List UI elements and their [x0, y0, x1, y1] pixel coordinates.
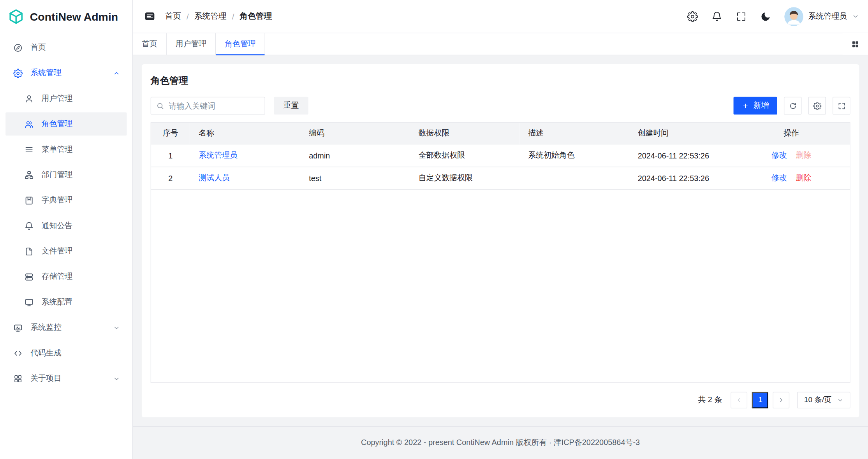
breadcrumb-current: 角色管理	[240, 11, 272, 21]
cell-scope: 自定义数据权限	[410, 167, 519, 189]
avatar	[784, 7, 803, 26]
sidebar-item-system-monitor[interactable]: 系统监控	[5, 316, 127, 339]
delete-link[interactable]: 删除	[796, 173, 811, 182]
pagination-page-1[interactable]: 1	[752, 392, 769, 408]
column-header-created: 创建时间	[629, 123, 733, 144]
logo[interactable]: ContiNew Admin	[0, 0, 132, 33]
fullscreen-icon	[837, 102, 845, 110]
edit-link[interactable]: 修改	[771, 173, 787, 182]
page-size-select[interactable]: 10 条/页	[798, 392, 850, 408]
tab-user-management[interactable]: 用户管理	[167, 33, 216, 55]
sidebar-item-label: 文件管理	[42, 246, 120, 257]
bell-icon	[25, 221, 34, 230]
tab-label: 首页	[142, 39, 157, 49]
plus-icon	[742, 102, 749, 109]
sidebar-item-label: 代码生成	[30, 348, 120, 358]
cell-desc	[519, 167, 629, 189]
refresh-button[interactable]	[784, 97, 801, 114]
logo-icon	[8, 8, 25, 25]
fullscreen-button[interactable]	[736, 11, 747, 22]
sidebar-item-label: 首页	[30, 42, 120, 53]
table-row: 1 系统管理员 admin 全部数据权限 系统初始角色 2024-06-11 2…	[151, 144, 850, 167]
sidebar-item-home[interactable]: 首页	[5, 36, 127, 59]
role-name-link[interactable]: 测试人员	[199, 173, 230, 182]
sidebar-item-file-management[interactable]: 文件管理	[5, 240, 127, 263]
toolbar-actions: 新增	[734, 97, 850, 114]
refresh-icon	[789, 102, 797, 110]
cell-index: 1	[151, 144, 190, 167]
chevron-right-icon	[778, 397, 785, 403]
notifications-button[interactable]	[711, 11, 722, 22]
breadcrumb-system-management[interactable]: 系统管理	[194, 11, 226, 21]
chevron-down-icon	[113, 324, 120, 331]
sidebar-item-menu-management[interactable]: 菜单管理	[5, 138, 127, 161]
book-icon	[25, 196, 34, 205]
tab-spacer	[265, 33, 843, 55]
main-area: 首页 / 系统管理 / 角色管理	[133, 0, 868, 459]
column-header-actions: 操作	[733, 123, 850, 144]
sidebar-item-storage-management[interactable]: 存储管理	[5, 265, 127, 288]
table-settings-button[interactable]	[808, 97, 826, 114]
org-tree-icon	[25, 170, 34, 179]
tab-label: 用户管理	[176, 39, 207, 49]
table-fullscreen-button[interactable]	[833, 97, 850, 114]
app-root: ContiNew Admin 首页 系统管理 用户管理 角色管理	[0, 0, 868, 459]
column-header-scope: 数据权限	[410, 123, 519, 144]
sidebar-item-system-management[interactable]: 系统管理	[5, 62, 127, 85]
breadcrumb: 首页 / 系统管理 / 角色管理	[165, 11, 272, 21]
gear-icon	[813, 102, 821, 110]
sidebar-collapse-button[interactable]	[142, 9, 157, 24]
user-name: 系统管理员	[808, 11, 847, 21]
sidebar-item-system-config[interactable]: 系统配置	[5, 290, 127, 314]
user-menu[interactable]: 系统管理员	[784, 7, 859, 26]
sidebar-item-about-project[interactable]: 关于项目	[5, 367, 127, 390]
sidebar-item-user-management[interactable]: 用户管理	[5, 87, 127, 110]
cell-created: 2024-06-11 22:53:26	[629, 144, 733, 167]
code-icon	[13, 348, 23, 358]
storage-icon	[25, 272, 34, 281]
moon-icon	[760, 11, 771, 22]
chevron-down-icon	[837, 397, 843, 403]
delete-link[interactable]: 删除	[796, 150, 811, 159]
settings-button[interactable]	[687, 11, 698, 22]
edit-link[interactable]: 修改	[771, 150, 787, 159]
gear-icon	[687, 11, 698, 22]
monitor-chart-icon	[13, 323, 23, 332]
search-input[interactable]	[151, 97, 265, 114]
chevron-up-icon	[113, 69, 120, 76]
chevron-down-icon	[852, 13, 859, 20]
tab-actions-button[interactable]	[843, 33, 868, 55]
search-box	[151, 97, 265, 114]
column-header-desc: 描述	[519, 123, 629, 144]
tab-bar: 首页 用户管理 角色管理	[133, 33, 868, 55]
chevron-left-icon	[736, 397, 743, 403]
sidebar-item-label: 系统配置	[42, 297, 120, 307]
sidebar-item-notice[interactable]: 通知公告	[5, 214, 127, 237]
dashboard-icon	[13, 43, 23, 52]
menu-fold-icon	[144, 11, 155, 22]
role-management-card: 角色管理 重置 新增	[142, 64, 859, 417]
page-title: 角色管理	[151, 74, 850, 87]
pagination-next-button[interactable]	[773, 392, 790, 408]
tab-role-management[interactable]: 角色管理	[216, 33, 265, 55]
sidebar-item-label: 通知公告	[42, 221, 120, 231]
reset-button[interactable]: 重置	[274, 97, 308, 114]
add-button[interactable]: 新增	[734, 97, 777, 114]
sidebar-item-dept-management[interactable]: 部门管理	[5, 163, 127, 186]
sidebar-item-dict-management[interactable]: 字典管理	[5, 189, 127, 212]
sidebar-item-label: 关于项目	[30, 374, 105, 384]
sidebar-item-role-management[interactable]: 角色管理	[5, 113, 127, 136]
theme-toggle-button[interactable]	[760, 11, 771, 22]
breadcrumb-home[interactable]: 首页	[165, 11, 181, 21]
role-name-link[interactable]: 系统管理员	[199, 150, 238, 159]
pagination-prev-button[interactable]	[731, 392, 748, 408]
desktop-icon	[25, 297, 34, 307]
sidebar-item-label: 用户管理	[42, 93, 120, 104]
user-icon	[25, 94, 34, 103]
sidebar-item-code-generation[interactable]: 代码生成	[5, 341, 127, 365]
tab-home[interactable]: 首页	[133, 33, 167, 55]
file-icon	[25, 246, 34, 256]
cell-code: admin	[300, 144, 409, 167]
fullscreen-icon	[736, 11, 747, 22]
column-header-code: 编码	[300, 123, 409, 144]
